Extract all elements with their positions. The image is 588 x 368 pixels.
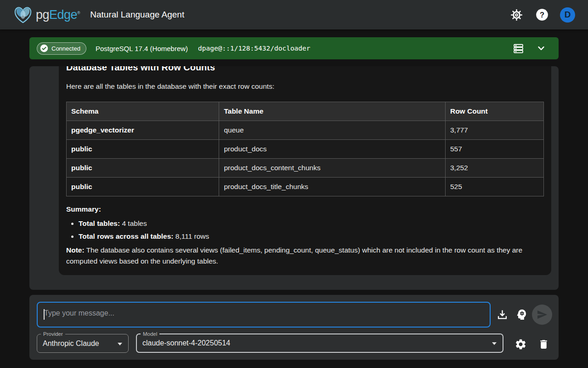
connection-string: dpage@::1/128:5432/docloader (198, 45, 310, 52)
message-input-wrap (37, 302, 491, 328)
table-row: public product_docs_title_chunks 525 (67, 178, 544, 196)
message-input[interactable] (38, 303, 490, 327)
column-header: Row Count (445, 102, 543, 121)
help-button[interactable]: ? (534, 7, 550, 23)
pgedge-wordmark: pgEdge® (36, 9, 80, 21)
clear-chat-button[interactable] (536, 336, 551, 352)
column-header: Table Name (219, 102, 445, 121)
model-select[interactable]: Model claude-sonnet-4-20250514 (136, 331, 503, 353)
schema-cell: pgedge_vectorizer (67, 121, 219, 140)
model-settings-button[interactable] (513, 336, 528, 352)
assistant-message: Database Tables with Row Counts Here are… (59, 66, 551, 275)
chat-scroll-area[interactable]: Database Tables with Row Counts Here are… (29, 66, 559, 290)
pgedge-logo: pgEdge® (13, 5, 80, 24)
storage-list-icon (513, 43, 524, 54)
download-icon (496, 309, 509, 321)
page-title: Natural Language Agent (90, 10, 184, 20)
table-header-row: Schema Table Name Row Count (67, 102, 544, 121)
summary-list: Total tables: 4 tables Total rows across… (66, 219, 544, 241)
help-icon: ? (536, 8, 548, 21)
text-caret (44, 309, 45, 320)
banner-actions (510, 40, 549, 56)
connection-status-badge: Connected (37, 42, 86, 55)
chevron-down-icon (118, 343, 122, 345)
pgedge-heart-icon (13, 5, 33, 24)
gear-icon (514, 338, 527, 351)
table-name-cell: queue (219, 121, 445, 140)
provider-label: Provider (41, 331, 65, 337)
note-label: Note: (66, 246, 85, 254)
row-count-cell: 3,252 (445, 159, 543, 178)
header-actions: ? D (509, 7, 575, 23)
reasoning-button[interactable] (514, 307, 529, 322)
provider-select[interactable]: Provider Anthropic Claude (37, 331, 129, 353)
summary-heading: Summary: (66, 205, 544, 213)
table-name-cell: product_docs_content_chunks (219, 159, 445, 178)
table-name-cell: product_docs (219, 140, 445, 159)
list-item: Total rows across all tables: 8,111 rows (79, 232, 544, 241)
bullet-label: Total rows across all tables: (79, 232, 173, 240)
schema-cell: public (67, 178, 219, 196)
list-item: Total tables: 4 tables (79, 219, 544, 228)
table-name-cell: product_docs_title_chunks (219, 178, 445, 196)
row-counts-table: Schema Table Name Row Count pgedge_vecto… (66, 102, 544, 196)
trash-icon (538, 339, 549, 350)
message-intro: Here are all the tables in the database … (66, 81, 544, 92)
svg-text:?: ? (540, 11, 544, 19)
message-heading: Database Tables with Row Counts (66, 66, 544, 73)
send-icon (537, 309, 548, 320)
row-count-cell: 557 (445, 140, 543, 159)
check-circle-icon (40, 44, 48, 52)
schema-cell: public (67, 159, 219, 178)
banner-collapse-button[interactable] (533, 40, 549, 56)
table-row: public product_docs_content_chunks 3,252 (67, 159, 544, 178)
settings-button[interactable] (509, 7, 524, 23)
bullet-value: 8,111 rows (173, 232, 209, 240)
row-count-cell: 3,777 (445, 121, 543, 140)
schema-cell: public (67, 140, 219, 159)
table-row: public product_docs 557 (67, 140, 544, 159)
model-value: claude-sonnet-4-20250514 (142, 339, 230, 347)
provider-value: Anthropic Claude (43, 339, 99, 348)
table-row: pgedge_vectorizer queue 3,777 (67, 121, 544, 140)
column-header: Schema (67, 102, 219, 121)
connection-details-button[interactable] (510, 40, 526, 56)
chevron-down-icon (536, 43, 547, 54)
settings-icon (510, 9, 523, 21)
model-label: Model (141, 331, 159, 337)
app-header: pgEdge® Natural Language Agent (0, 0, 588, 29)
server-version: PostgreSQL 17.4 (Homebrew) (96, 45, 188, 52)
send-button[interactable] (532, 305, 552, 325)
composer-panel: Provider Anthropic Claude Model claude-s… (29, 295, 559, 360)
note-text: The database also contains several views… (66, 246, 522, 265)
app-root: pgEdge® Natural Language Agent (0, 0, 588, 368)
row-count-cell: 525 (445, 178, 543, 196)
chevron-down-icon (492, 342, 497, 345)
connection-banner: Connected PostgreSQL 17.4 (Homebrew) dpa… (29, 37, 559, 59)
bullet-label: Total tables: (79, 219, 120, 227)
connection-status-text: Connected (51, 45, 80, 52)
bullet-value: 4 tables (120, 219, 147, 227)
psychology-icon (515, 308, 528, 321)
export-chat-button[interactable] (494, 307, 510, 322)
note-paragraph: Note: The database also contains several… (66, 245, 544, 267)
user-avatar[interactable]: D (560, 7, 575, 23)
avatar-initial: D (565, 10, 571, 20)
